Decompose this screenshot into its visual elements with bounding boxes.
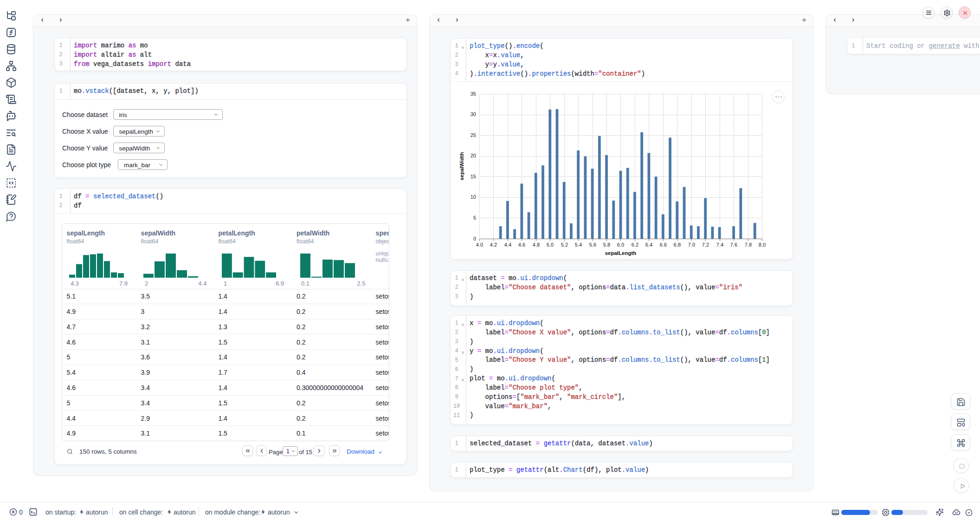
svg-text:5.4: 5.4	[575, 242, 582, 247]
svg-text:25: 25	[471, 132, 476, 138]
svg-text:6.8: 6.8	[674, 242, 681, 247]
svg-text:7.6: 7.6	[730, 242, 737, 247]
svg-text:8.0: 8.0	[759, 242, 766, 247]
svg-text:30: 30	[471, 111, 476, 117]
svg-text:5.6: 5.6	[589, 242, 596, 247]
svg-text:20: 20	[471, 153, 476, 158]
svg-text:4.4: 4.4	[504, 242, 511, 247]
svg-text:4.2: 4.2	[490, 242, 497, 247]
svg-text:7.2: 7.2	[702, 242, 709, 247]
svg-text:sepalLength: sepalLength	[605, 250, 637, 256]
svg-text:7.4: 7.4	[716, 242, 723, 247]
svg-text:6.6: 6.6	[660, 242, 667, 247]
svg-text:0: 0	[473, 236, 476, 241]
svg-text:5: 5	[473, 215, 476, 221]
svg-text:sepalWidth: sepalWidth	[459, 152, 464, 180]
svg-text:5.0: 5.0	[547, 242, 554, 247]
svg-text:6.0: 6.0	[617, 242, 624, 247]
svg-text:6.2: 6.2	[632, 242, 638, 247]
svg-text:7.8: 7.8	[745, 242, 752, 247]
svg-text:7.0: 7.0	[688, 242, 695, 247]
svg-text:4.8: 4.8	[533, 242, 540, 247]
svg-text:35: 35	[471, 91, 476, 97]
svg-text:6.4: 6.4	[645, 242, 652, 247]
svg-text:5.2: 5.2	[561, 242, 568, 247]
svg-text:15: 15	[471, 174, 476, 179]
svg-text:4.0: 4.0	[476, 242, 483, 247]
svg-text:5.8: 5.8	[603, 242, 610, 247]
svg-text:10: 10	[471, 194, 476, 200]
svg-text:4.6: 4.6	[518, 242, 525, 247]
